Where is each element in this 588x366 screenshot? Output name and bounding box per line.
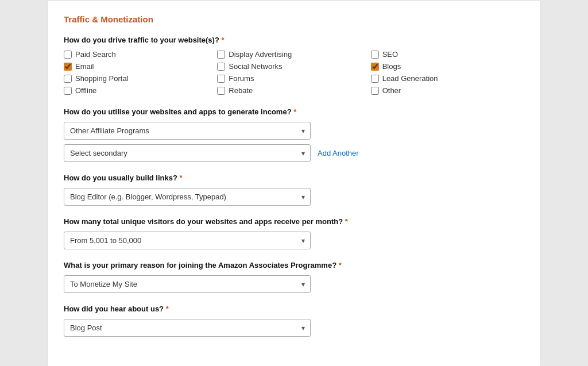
checkbox-display-advertising-label[interactable]: Display Advertising (229, 50, 292, 59)
traffic-monetization-card: Traffic & Monetization How do you drive … (47, 0, 541, 366)
income-section: How do you utilise your websites and app… (64, 107, 524, 162)
checkbox-shopping-portal[interactable]: Shopping Portal (64, 74, 217, 83)
hear-section: How did you hear about us? * Blog Post S… (64, 305, 524, 337)
hear-select-wrapper: Blog Post Search Engine Social Media Ema… (64, 319, 311, 337)
links-question-label: How do you usually build links? * (64, 174, 524, 182)
checkbox-display-advertising[interactable]: Display Advertising (217, 50, 370, 59)
reason-select-wrapper: To Monetize My Site To Earn Extra Income… (64, 275, 311, 293)
income-primary-wrapper: Content / Niche Deals / Coupons Price Co… (64, 122, 311, 140)
checkbox-blogs[interactable]: Blogs (371, 62, 524, 71)
reason-select[interactable]: To Monetize My Site To Earn Extra Income… (64, 275, 311, 293)
section-title: Traffic & Monetization (64, 14, 524, 24)
checkbox-forums[interactable]: Forums (217, 74, 370, 83)
checkbox-lead-generation-label[interactable]: Lead Generation (382, 74, 438, 83)
checkbox-seo-label[interactable]: SEO (382, 50, 398, 59)
links-select-wrapper: Blog Editor (e.g. Blogger, Wordpress, Ty… (64, 188, 311, 206)
reason-question-label: What is your primary reason for joining … (64, 261, 524, 269)
checkbox-paid-search[interactable]: Paid Search (64, 50, 217, 59)
visitors-select-wrapper: Less than 500 From 500 to 5,000 From 5,0… (64, 232, 311, 249)
hear-question-label: How did you hear about us? * (64, 305, 524, 313)
income-secondary-row: Select secondary Content / Niche Deals /… (64, 144, 524, 162)
checkbox-seo[interactable]: SEO (371, 50, 524, 59)
checkbox-offline[interactable]: Offline (64, 86, 217, 95)
checkbox-shopping-portal-label[interactable]: Shopping Portal (75, 74, 129, 83)
income-question-label: How do you utilise your websites and app… (64, 107, 524, 116)
traffic-section: How do you drive traffic to your website… (64, 36, 524, 95)
traffic-question-label: How do you drive traffic to your website… (64, 36, 524, 44)
links-select[interactable]: Blog Editor (e.g. Blogger, Wordpress, Ty… (64, 188, 311, 206)
traffic-checkbox-grid: Paid Search Display Advertising SEO Emai… (64, 50, 524, 95)
checkbox-email[interactable]: Email (64, 62, 217, 71)
visitors-question-label: How many total unique visitors do your w… (64, 217, 524, 226)
checkbox-blogs-label[interactable]: Blogs (382, 62, 401, 71)
reason-section: What is your primary reason for joining … (64, 261, 524, 293)
visitors-section: How many total unique visitors do your w… (64, 217, 524, 249)
checkbox-social-networks[interactable]: Social Networks (217, 62, 370, 71)
visitors-select[interactable]: Less than 500 From 500 to 5,000 From 5,0… (64, 232, 311, 249)
checkbox-rebate-label[interactable]: Rebate (229, 86, 253, 95)
links-section: How do you usually build links? * Blog E… (64, 174, 524, 206)
checkbox-forums-label[interactable]: Forums (229, 74, 254, 83)
income-primary-row: Content / Niche Deals / Coupons Price Co… (64, 122, 524, 140)
checkbox-other[interactable]: Other (371, 86, 524, 95)
hear-select[interactable]: Blog Post Search Engine Social Media Ema… (64, 319, 311, 337)
income-secondary-wrapper: Select secondary Content / Niche Deals /… (64, 144, 311, 162)
checkbox-lead-generation[interactable]: Lead Generation (371, 74, 524, 83)
checkbox-paid-search-label[interactable]: Paid Search (75, 50, 116, 59)
income-secondary-select[interactable]: Select secondary Content / Niche Deals /… (64, 144, 311, 162)
checkbox-social-networks-label[interactable]: Social Networks (229, 62, 282, 71)
checkbox-email-label[interactable]: Email (75, 62, 94, 71)
checkbox-rebate[interactable]: Rebate (217, 86, 370, 95)
add-another-link[interactable]: Add Another (318, 149, 359, 157)
income-primary-select[interactable]: Content / Niche Deals / Coupons Price Co… (64, 122, 311, 140)
checkbox-offline-label[interactable]: Offline (75, 86, 96, 95)
checkbox-other-label[interactable]: Other (382, 86, 401, 95)
